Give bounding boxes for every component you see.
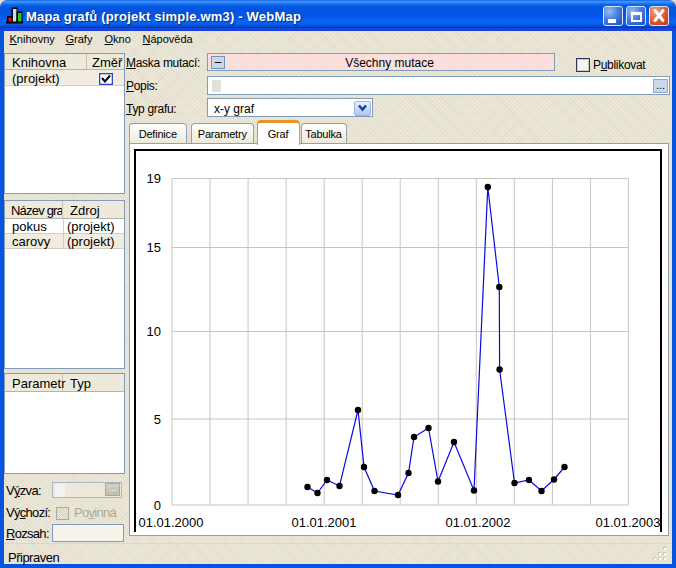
svg-text:01.01.2002: 01.01.2002 (445, 515, 510, 530)
svg-text:0: 0 (154, 498, 161, 513)
svg-text:19: 19 (147, 171, 161, 186)
svg-text:01.01.2001: 01.01.2001 (291, 515, 356, 530)
svg-text:5: 5 (154, 412, 161, 427)
svg-text:01.01.2003: 01.01.2003 (595, 515, 660, 530)
svg-text:01.01.2000: 01.01.2000 (138, 515, 203, 530)
svg-text:10: 10 (147, 324, 161, 339)
svg-text:15: 15 (147, 240, 161, 255)
